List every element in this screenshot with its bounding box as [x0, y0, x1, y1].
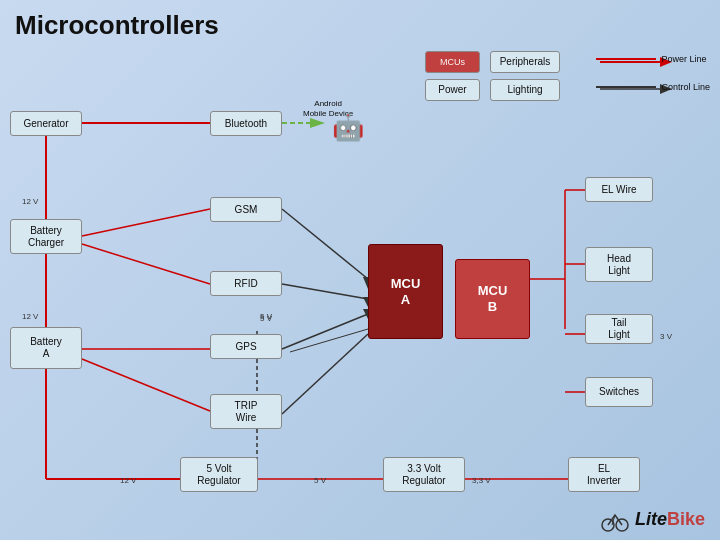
voltage-5v-2: 5 V — [314, 476, 326, 485]
legend-power-line: Power Line — [596, 54, 710, 64]
gsm-box: GSM — [210, 197, 282, 222]
battery-charger-box: BatteryCharger — [10, 219, 82, 254]
slide: Microcontrollers — [0, 0, 720, 540]
mcus-box: MCUs — [425, 51, 480, 73]
power-box: Power — [425, 79, 480, 101]
svg-line-32 — [282, 284, 368, 299]
mcu-a-box: MCUA — [368, 244, 443, 339]
gps-box: GPS — [210, 334, 282, 359]
logo: LiteBike — [600, 507, 705, 532]
three-volt-reg-box: 3.3 VoltRegulator — [383, 457, 465, 492]
five-volt-reg-box: 5 VoltRegulator — [180, 457, 258, 492]
voltage-5v-1: 5 V — [260, 312, 272, 321]
svg-line-30 — [282, 209, 368, 279]
voltage-12v-2: 12 V — [22, 312, 38, 321]
logo-text: LiteBike — [635, 509, 705, 530]
legend: Power Line Control Line — [596, 49, 710, 92]
tail-light-box: TailLight — [585, 314, 653, 344]
svg-line-34 — [282, 314, 368, 349]
mcu-b-box: MCUB — [455, 259, 530, 339]
android-icon: 🤖 — [332, 112, 364, 143]
bluetooth-box: Bluetooth — [210, 111, 282, 136]
el-inverter-box: ELInverter — [568, 457, 640, 492]
voltage-3v: 3 V — [660, 332, 672, 341]
svg-line-8 — [82, 209, 210, 236]
legend-control-line: Control Line — [596, 82, 710, 92]
switches-box: Switches — [585, 377, 653, 407]
svg-line-14 — [82, 359, 210, 411]
diagram: 5 V Power Line Control Line MCUs Periphe… — [10, 49, 710, 509]
svg-line-37 — [282, 334, 368, 414]
voltage-33v: 3,3 V — [472, 476, 491, 485]
peripherals-box: Peripherals — [490, 51, 560, 73]
rfid-box: RFID — [210, 271, 282, 296]
voltage-12v-1: 12 V — [22, 197, 38, 206]
lighting-box: Lighting — [490, 79, 560, 101]
head-light-box: HeadLight — [585, 247, 653, 282]
slide-title: Microcontrollers — [10, 10, 710, 41]
el-wire-box: EL Wire — [585, 177, 653, 202]
svg-line-36 — [290, 329, 368, 352]
control-line-label: Control Line — [661, 82, 710, 92]
trip-wire-box: TRIPWire — [210, 394, 282, 429]
control-line-indicator — [596, 86, 656, 88]
power-line-label: Power Line — [661, 54, 706, 64]
power-line-indicator — [596, 58, 656, 60]
voltage-12v-3: 12 V — [120, 476, 136, 485]
svg-line-10 — [82, 244, 210, 284]
battery-a-box: BatteryA — [10, 327, 82, 369]
logo-icon — [600, 507, 630, 532]
generator-box: Generator — [10, 111, 82, 136]
